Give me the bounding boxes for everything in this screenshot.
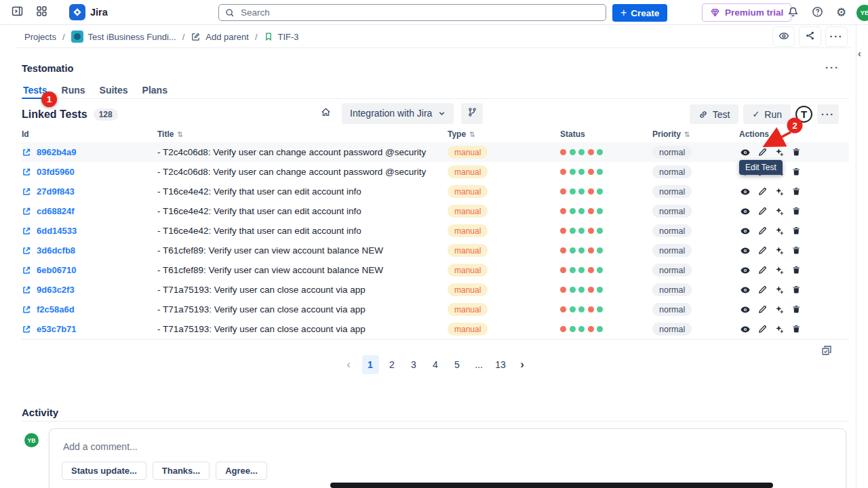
delete-action-button[interactable] — [791, 304, 802, 315]
edit-action-button[interactable] — [757, 324, 768, 335]
table-header-row: IdTitle⇅Type⇅StatusPriority⇅Actions — [22, 126, 849, 142]
ai-generate-action-button[interactable] — [774, 186, 785, 197]
test-id-link[interactable]: 3d6dcfb8 — [22, 245, 157, 256]
pagination-page-1[interactable]: 1 — [362, 355, 379, 374]
edit-action-button[interactable] — [757, 147, 768, 158]
tab-suites[interactable]: Suites — [98, 82, 130, 98]
view-action-button[interactable] — [740, 324, 751, 335]
home-button[interactable] — [317, 104, 334, 123]
test-id-link[interactable]: f2c58a6d — [22, 304, 157, 314]
edit-action-button[interactable] — [757, 226, 768, 237]
ai-generate-action-button[interactable] — [774, 245, 785, 256]
delete-action-button[interactable] — [791, 285, 802, 296]
app-switcher-button[interactable] — [33, 3, 50, 22]
delete-action-button[interactable] — [791, 324, 802, 335]
edit-action-button[interactable] — [757, 265, 768, 276]
column-header-priority[interactable]: Priority⇅ — [652, 129, 739, 139]
ai-generate-action-button[interactable] — [774, 226, 785, 237]
edit-icon — [757, 324, 768, 334]
column-header-title[interactable]: Title⇅ — [157, 129, 448, 139]
view-action-button[interactable] — [740, 147, 751, 158]
column-header-label: Title — [157, 129, 174, 139]
delete-action-button[interactable] — [791, 245, 802, 256]
sort-icon[interactable]: ⇅ — [177, 130, 183, 138]
link-test-button[interactable]: Test — [690, 104, 739, 124]
view-action-button[interactable] — [740, 265, 751, 276]
test-id-link[interactable]: 6eb06710 — [22, 265, 157, 275]
pagination-page-3[interactable]: 3 — [406, 355, 422, 374]
branch-button[interactable] — [461, 103, 483, 124]
watch-button[interactable] — [772, 26, 795, 47]
global-search[interactable] — [218, 4, 606, 21]
pagination-page-4[interactable]: 4 — [427, 355, 444, 374]
comment-input[interactable] — [62, 441, 833, 453]
test-id-link[interactable]: 9d63c2f3 — [22, 285, 157, 295]
tab-plans[interactable]: Plans — [141, 82, 169, 98]
breadcrumb-project[interactable]: Test iBusiness Fundi... — [71, 30, 176, 43]
test-id-link[interactable]: 6dd14533 — [22, 226, 157, 236]
edit-action-button[interactable] — [757, 206, 768, 217]
delete-action-button[interactable] — [791, 206, 802, 217]
jira-logo-icon[interactable] — [69, 4, 85, 20]
ai-generate-action-button[interactable] — [774, 285, 785, 296]
delete-action-button[interactable] — [791, 265, 802, 276]
quick-reply-button[interactable]: Thanks... — [153, 462, 210, 480]
sort-icon[interactable]: ⇅ — [469, 130, 475, 138]
search-input[interactable] — [239, 7, 599, 18]
test-id-link[interactable]: 03fd5960 — [22, 167, 157, 177]
delete-action-button[interactable] — [791, 147, 802, 158]
settings-button[interactable]: ⚙ — [833, 4, 849, 21]
quick-reply-button[interactable]: Agree... — [216, 462, 267, 480]
pagination-page-2[interactable]: 2 — [384, 355, 401, 374]
create-button[interactable]: + Create — [612, 4, 667, 22]
notifications-button[interactable] — [785, 3, 802, 22]
edit-action-button[interactable] — [757, 245, 768, 256]
user-avatar[interactable]: YB — [856, 5, 868, 21]
edit-action-button[interactable] — [757, 285, 768, 296]
ai-generate-action-button[interactable] — [774, 265, 785, 276]
view-action-button[interactable] — [740, 285, 751, 296]
ai-generate-action-button[interactable] — [774, 147, 785, 158]
delete-action-button[interactable] — [791, 186, 802, 197]
tab-runs[interactable]: Runs — [60, 82, 87, 98]
breadcrumb-add-parent[interactable]: Add parent — [191, 32, 249, 42]
quick-reply-button[interactable]: Status update... — [62, 462, 146, 480]
test-id-link[interactable]: 8962b4a9 — [22, 147, 157, 157]
ai-generate-action-button[interactable] — [774, 304, 785, 315]
view-action-button[interactable] — [740, 226, 751, 237]
share-button[interactable] — [799, 26, 821, 47]
pagination-prev[interactable]: ‹ — [340, 355, 357, 374]
view-icon — [740, 186, 751, 197]
sort-icon[interactable]: ⇅ — [684, 130, 690, 138]
comment-box[interactable]: Status update...Thanks...Agree... — [49, 428, 846, 488]
edit-action-button[interactable] — [757, 304, 768, 315]
view-action-button[interactable] — [740, 186, 751, 197]
view-action-button[interactable] — [740, 206, 751, 217]
test-id-link[interactable]: cd68824f — [22, 206, 157, 216]
help-button[interactable] — [809, 3, 826, 22]
view-action-button[interactable] — [740, 304, 751, 315]
collapse-panel-button[interactable]: ‹ — [856, 46, 863, 60]
view-action-button[interactable] — [740, 245, 751, 256]
pagination-page-5[interactable]: 5 — [449, 355, 466, 374]
table-more-button[interactable]: ··· — [817, 104, 839, 124]
integration-dropdown[interactable]: Integration with Jira — [342, 103, 454, 124]
run-button[interactable]: ✓ Run — [743, 104, 791, 124]
column-header-type[interactable]: Type⇅ — [448, 129, 560, 139]
delete-action-button[interactable] — [791, 167, 802, 178]
premium-trial-button[interactable]: Premium trial — [702, 3, 791, 22]
delete-action-button[interactable] — [791, 226, 802, 237]
pagination-next[interactable]: › — [514, 355, 531, 374]
test-id-link[interactable]: e53c7b71 — [22, 324, 157, 334]
pagination-page-13[interactable]: 13 — [492, 355, 509, 374]
panel-more-button[interactable]: ··· — [821, 61, 844, 74]
sidebar-toggle-button[interactable] — [8, 2, 26, 22]
breadcrumb-projects[interactable]: Projects — [24, 32, 56, 42]
test-id-link[interactable]: 27d9f843 — [22, 186, 157, 197]
view-icon — [740, 324, 751, 335]
breadcrumb-issue-key[interactable]: TIF-3 — [264, 32, 299, 42]
more-actions-button[interactable]: ··· — [825, 26, 848, 47]
edit-action-button[interactable] — [757, 186, 768, 197]
ai-generate-action-button[interactable] — [774, 324, 785, 335]
ai-generate-action-button[interactable] — [774, 206, 785, 217]
